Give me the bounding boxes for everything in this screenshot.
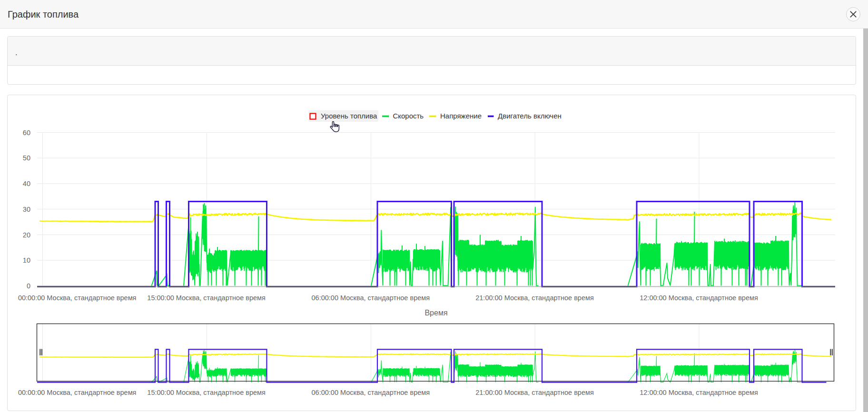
svg-text:15:00:00 Москва, стандартное в: 15:00:00 Москва, стандартное время xyxy=(147,294,266,302)
svg-text:12:00:00 Москва, стандартное в: 12:00:00 Москва, стандартное время xyxy=(640,389,758,396)
svg-text:15:00:00 Москва, стандартное в: 15:00:00 Москва, стандартное время xyxy=(147,389,266,396)
svg-text:12:00:00 Москва, стандартное в: 12:00:00 Москва, стандартное время xyxy=(640,294,758,302)
svg-text:06:00:00 Москва, стандартное в: 06:00:00 Москва, стандартное время xyxy=(312,389,430,396)
svg-text:06:00:00 Москва, стандартное в: 06:00:00 Москва, стандартное время xyxy=(312,294,430,302)
svg-text:Напряжение: Напряжение xyxy=(440,112,482,120)
svg-text:00:00:00 Москва, стандартное в: 00:00:00 Москва, стандартное время xyxy=(18,389,137,396)
svg-text:21:00:00 Москва, стандартное в: 21:00:00 Москва, стандартное время xyxy=(475,294,594,302)
svg-text:60: 60 xyxy=(23,129,30,137)
svg-text:50: 50 xyxy=(23,154,30,162)
svg-text:10: 10 xyxy=(23,256,30,264)
svg-text:Уровень топлива: Уровень топлива xyxy=(321,112,377,120)
svg-text:Время: Время xyxy=(424,309,447,317)
svg-text:21:00:00 Москва, стандартное в: 21:00:00 Москва, стандартное время xyxy=(475,389,594,396)
svg-text:Двигатель включен: Двигатель включен xyxy=(498,112,562,120)
svg-text:Скорость: Скорость xyxy=(393,112,424,120)
svg-text:30: 30 xyxy=(23,206,30,213)
svg-text:00:00:00 Москва, стандартное в: 00:00:00 Москва, стандартное время xyxy=(18,294,137,302)
svg-text:40: 40 xyxy=(23,180,30,187)
svg-text:0: 0 xyxy=(27,282,30,290)
svg-text:20: 20 xyxy=(23,231,30,239)
